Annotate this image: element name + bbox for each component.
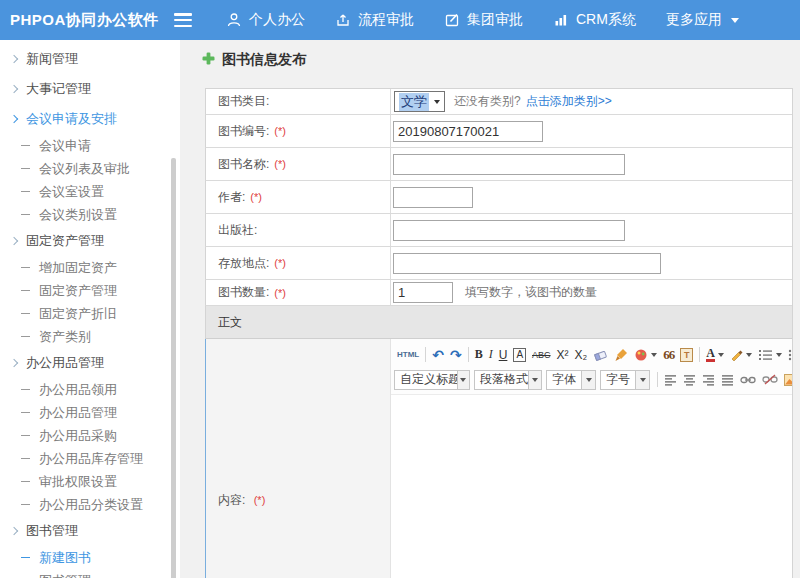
add-category-link[interactable]: 点击添加类别>>: [526, 93, 612, 110]
chevron-right-icon: [10, 55, 18, 63]
align-center-icon: [683, 374, 696, 386]
color-palette-button[interactable]: [631, 345, 660, 365]
sidebar-item-meeting-category[interactable]: 会议类别设置: [0, 203, 180, 226]
remove-link-button[interactable]: [759, 370, 781, 390]
chevron-right-icon: [10, 115, 18, 123]
nav-more-apps[interactable]: 更多应用: [666, 11, 739, 29]
dash-icon: [21, 389, 30, 390]
heading-select[interactable]: 自定义标题: [394, 370, 470, 390]
caret-down-icon: [581, 371, 595, 389]
paste-as-text-button[interactable]: T: [677, 345, 696, 365]
sidebar-item-meeting-mgmt[interactable]: 会议申请及安排: [0, 104, 180, 134]
sidebar-item-meeting-list[interactable]: 会议列表及审批: [0, 157, 180, 180]
required-mark: (*): [274, 158, 286, 170]
justify-button[interactable]: [718, 370, 737, 390]
publisher-input[interactable]: [393, 220, 625, 241]
editor-content-area[interactable]: [391, 395, 792, 578]
form-row-quantity: 图书数量:(*) 填写数字，该图书的数量: [205, 280, 792, 306]
format-painter-button[interactable]: [611, 345, 631, 365]
sidebar-item-asset-mgmt[interactable]: 固定资产管理: [0, 226, 180, 256]
group-approval-icon: [444, 12, 460, 28]
dash-icon: [21, 168, 30, 169]
nav-personal-office[interactable]: 个人办公: [226, 11, 305, 29]
workflow-approval-icon: [335, 12, 351, 28]
subscript-button[interactable]: X₂: [572, 345, 591, 365]
nav-group-approval[interactable]: 集团审批: [444, 11, 523, 29]
align-left-button[interactable]: [661, 370, 680, 390]
dash-icon: [21, 458, 30, 459]
quantity-input[interactable]: [393, 282, 453, 303]
form-row-category: 图书类目: 文学 还没有类别? 点击添加类别>>: [205, 89, 792, 115]
sidebar-item-events-mgmt[interactable]: 大事记管理: [0, 74, 180, 104]
category-select[interactable]: 文学: [394, 91, 445, 112]
required-mark: (*): [274, 257, 286, 269]
undo-button[interactable]: ↶: [429, 345, 447, 365]
sidebar-item-asset-category[interactable]: 资产类别: [0, 325, 180, 348]
align-center-button[interactable]: [680, 370, 699, 390]
form-row-author: 作者:(*): [205, 181, 792, 214]
author-input[interactable]: [393, 187, 473, 208]
author-label: 作者:: [218, 189, 245, 206]
sidebar-item-supplies-claim[interactable]: 办公用品领用: [0, 378, 180, 401]
top-header: PHPOA协同办公软件 个人办公 流程审批 集团审批 CRM系统: [0, 0, 800, 40]
nav-workflow-approval[interactable]: 流程审批: [335, 11, 414, 29]
book-name-label: 图书名称:: [218, 156, 269, 173]
book-name-input[interactable]: [393, 154, 625, 175]
dash-icon: [21, 214, 30, 215]
highlight-color-button[interactable]: [727, 345, 755, 365]
underline-button[interactable]: U: [496, 345, 511, 365]
blockquote-button[interactable]: 66: [660, 345, 677, 365]
top-nav: 个人办公 流程审批 集团审批 CRM系统 更多应用: [226, 11, 739, 29]
strikethrough-button[interactable]: ABC: [529, 345, 554, 365]
font-family-select[interactable]: 字体: [546, 370, 596, 390]
align-right-button[interactable]: [699, 370, 718, 390]
remove-format-button[interactable]: [590, 345, 611, 365]
sidebar-item-book-manage[interactable]: 图书管理: [0, 569, 180, 578]
highlighter-pen-icon: [730, 348, 743, 361]
sidebar-scrollbar[interactable]: [171, 158, 176, 578]
sidebar-item-asset-manage[interactable]: 固定资产管理: [0, 279, 180, 302]
nav-crm-system[interactable]: CRM系统: [553, 11, 636, 29]
paragraph-format-select[interactable]: 段落格式: [474, 370, 542, 390]
sidebar-item-asset-depreciation[interactable]: 固定资产折旧: [0, 302, 180, 325]
chevron-right-icon: [10, 527, 18, 535]
font-size-select[interactable]: 字号: [600, 370, 650, 390]
sidebar-item-book-mgmt[interactable]: 图书管理: [0, 516, 180, 546]
caret-down-icon: [746, 353, 752, 357]
ordered-list-button[interactable]: [755, 345, 785, 365]
sidebar-item-supplies-manage[interactable]: 办公用品管理: [0, 401, 180, 424]
sidebar-item-supplies-inventory[interactable]: 办公用品库存管理: [0, 447, 180, 470]
superscript-button[interactable]: X²: [554, 345, 572, 365]
eraser-icon: [593, 348, 608, 362]
bullet-list-icon: [788, 349, 792, 361]
sidebar-item-meeting-apply[interactable]: 会议申请: [0, 134, 180, 157]
location-input[interactable]: [393, 253, 661, 274]
brush-icon: [614, 348, 628, 362]
redo-button[interactable]: ↷: [447, 345, 465, 365]
sidebar-item-supplies-purchase[interactable]: 办公用品采购: [0, 424, 180, 447]
italic-button[interactable]: I: [486, 345, 496, 365]
font-style-button[interactable]: A: [510, 345, 529, 365]
bold-button[interactable]: B: [472, 345, 486, 365]
link-icon: [740, 375, 756, 385]
sidebar-item-supplies-category[interactable]: 办公用品分类设置: [0, 493, 180, 516]
book-no-input[interactable]: [393, 121, 543, 142]
sidebar-item-approval-permission[interactable]: 审批权限设置: [0, 470, 180, 493]
required-mark: (*): [254, 494, 266, 506]
font-color-button[interactable]: A: [703, 345, 727, 365]
caret-down-icon: [635, 371, 649, 389]
source-code-button[interactable]: HTML: [394, 345, 422, 365]
align-left-icon: [664, 374, 677, 386]
ordered-list-icon: [758, 349, 773, 361]
insert-link-button[interactable]: [737, 370, 759, 390]
sidebar-item-asset-add[interactable]: 增加固定资产: [0, 256, 180, 279]
sidebar-item-meeting-room[interactable]: 会议室设置: [0, 180, 180, 203]
unordered-list-button[interactable]: [785, 345, 792, 365]
menu-toggle-icon[interactable]: [174, 13, 192, 27]
insert-image-button[interactable]: [781, 370, 792, 390]
sidebar-item-news-mgmt[interactable]: 新闻管理: [0, 44, 180, 74]
form-row-book-name: 图书名称:(*): [205, 148, 792, 181]
sidebar-item-supplies-mgmt[interactable]: 办公用品管理: [0, 348, 180, 378]
sidebar-item-book-new[interactable]: 新建图书: [0, 546, 180, 569]
dash-icon: [21, 290, 30, 291]
